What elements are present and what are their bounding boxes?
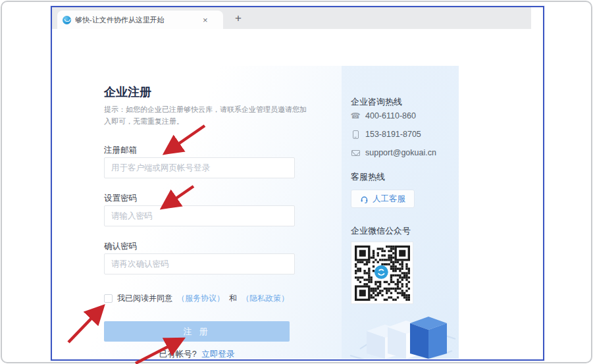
confirm-password-input[interactable] [104,253,295,274]
register-button[interactable]: 注 册 [104,321,290,342]
contact-row-mobile: 153-8191-8705 [351,130,421,139]
wechat-qr-box [351,242,413,304]
service-title: 客服热线 [351,171,385,183]
live-support-label: 人工客服 [373,194,405,205]
wechat-title: 企业微信公众号 [351,225,411,237]
contact-panel: 企业咨询热线 ☎ 400-6110-860 153-8191-8705 supp… [342,66,459,359]
tab-title: 够快-让文件协作从这里开始 [75,15,197,25]
confirm-password-label: 确认密码 [104,241,137,252]
headset-icon [360,195,369,203]
email-input[interactable] [104,157,295,178]
hotline-title: 企业咨询热线 [351,96,402,108]
support-email: support@gokuai.cn [365,148,436,157]
agreement-checkbox[interactable] [104,294,113,303]
agreement-row: 我已阅读并同意 （服务协议） 和 （隐私政策） [104,293,289,304]
password-label: 设置密码 [104,193,137,204]
new-tab-button[interactable]: + [235,13,242,24]
browser-tab-strip: 够快-让文件协作从这里开始 × + [52,7,531,29]
have-account-row: 已有帐号? 立即登录 [104,349,290,359]
email-icon [351,150,360,156]
gokuai-favicon-icon [63,16,71,24]
contact-row-email: support@gokuai.cn [351,148,436,157]
hotline-phone: 400-6110-860 [365,111,416,120]
tab-close-icon[interactable]: × [201,16,209,24]
have-account-text: 已有帐号? [159,350,197,359]
telephone-icon: ☎ [351,111,360,120]
browser-tab[interactable]: 够快-让文件协作从这里开始 × [57,11,223,29]
email-label: 注册邮箱 [104,145,137,156]
registration-hint: 提示：如您的企业已注册够快云库，请联系企业管理员邀请您加入即可，无需重复注册。 [104,103,309,127]
qr-code [355,246,410,301]
page-title: 企业注册 [104,84,151,100]
contact-row-phone: ☎ 400-6110-860 [351,111,416,120]
agreement-conjunction: 和 [229,293,237,304]
password-input[interactable] [104,205,295,226]
agreement-text: 我已阅读并同意 [117,293,172,304]
screenshot-stage: 够快-让文件协作从这里开始 × + 企业咨询热线 ☎ 400-6110-860 … [0,0,593,364]
service-agreement-link[interactable]: （服务协议） [177,293,224,304]
live-support-button[interactable]: 人工客服 [351,190,415,208]
mobile-icon [351,130,360,139]
login-now-link[interactable]: 立即登录 [201,350,234,359]
mobile-phone: 153-8191-8705 [365,130,421,139]
registration-page-card: 企业咨询热线 ☎ 400-6110-860 153-8191-8705 supp… [59,66,459,359]
privacy-policy-link[interactable]: （隐私政策） [242,293,289,304]
browser-window: 够快-让文件协作从这里开始 × + 企业咨询热线 ☎ 400-6110-860 … [51,6,544,361]
